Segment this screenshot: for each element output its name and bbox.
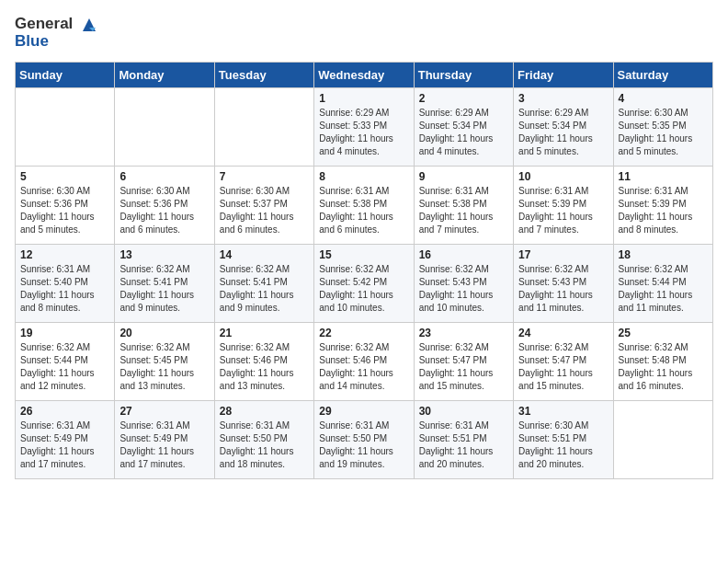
- sunrise-text: Sunrise: 6:30 AM: [119, 186, 189, 196]
- daylight-text: Daylight: 11 hours and 4 minutes.: [319, 133, 393, 156]
- day-cell-7: 7Sunrise: 6:30 AMSunset: 5:37 PMDaylight…: [214, 166, 313, 244]
- day-info: Sunrise: 6:32 AMSunset: 5:45 PMDaylight:…: [119, 341, 209, 393]
- day-number: 5: [20, 170, 109, 183]
- day-info: Sunrise: 6:32 AMSunset: 5:41 PMDaylight:…: [220, 263, 309, 315]
- day-number: 18: [619, 248, 708, 261]
- day-cell-16: 16Sunrise: 6:32 AMSunset: 5:43 PMDayligh…: [414, 244, 513, 322]
- day-number: 28: [220, 405, 309, 418]
- sunset-text: Sunset: 5:46 PM: [220, 355, 288, 365]
- sunset-text: Sunset: 5:41 PM: [119, 277, 188, 287]
- daylight-text: Daylight: 11 hours and 16 minutes.: [619, 368, 693, 391]
- sunset-text: Sunset: 5:48 PM: [619, 355, 687, 365]
- week-row-4: 19Sunrise: 6:32 AMSunset: 5:44 PMDayligh…: [16, 322, 713, 400]
- daylight-text: Daylight: 11 hours and 8 minutes.: [20, 290, 95, 313]
- day-info: Sunrise: 6:30 AMSunset: 5:51 PMDaylight:…: [518, 419, 608, 471]
- day-number: 23: [419, 327, 508, 339]
- day-cell-29: 29Sunrise: 6:31 AMSunset: 5:50 PMDayligh…: [314, 400, 414, 478]
- day-cell-8: 8Sunrise: 6:31 AMSunset: 5:38 PMDaylight…: [314, 166, 414, 244]
- sunset-text: Sunset: 5:47 PM: [518, 355, 586, 365]
- day-number: 9: [419, 170, 508, 183]
- daylight-text: Daylight: 11 hours and 6 minutes.: [319, 212, 393, 235]
- day-info: Sunrise: 6:31 AMSunset: 5:49 PMDaylight:…: [119, 419, 209, 471]
- day-info: Sunrise: 6:30 AMSunset: 5:35 PMDaylight:…: [619, 107, 708, 158]
- daylight-text: Daylight: 11 hours and 10 minutes.: [319, 290, 393, 313]
- sunset-text: Sunset: 5:33 PM: [319, 121, 387, 131]
- sunset-text: Sunset: 5:39 PM: [619, 199, 687, 209]
- day-info: Sunrise: 6:32 AMSunset: 5:43 PMDaylight:…: [518, 263, 608, 315]
- sunrise-text: Sunrise: 6:32 AM: [119, 342, 189, 352]
- day-info: Sunrise: 6:31 AMSunset: 5:51 PMDaylight:…: [419, 419, 508, 471]
- sunset-text: Sunset: 5:38 PM: [419, 199, 487, 209]
- sunrise-text: Sunrise: 6:32 AM: [220, 264, 290, 274]
- sunset-text: Sunset: 5:50 PM: [220, 433, 288, 443]
- sunrise-text: Sunrise: 6:31 AM: [419, 186, 489, 196]
- weekday-header-saturday: Saturday: [613, 62, 712, 87]
- empty-cell: [613, 400, 712, 478]
- daylight-text: Daylight: 11 hours and 12 minutes.: [20, 368, 95, 391]
- sunset-text: Sunset: 5:46 PM: [319, 355, 387, 365]
- sunrise-text: Sunrise: 6:29 AM: [518, 108, 588, 118]
- day-number: 10: [518, 170, 608, 183]
- weekday-header-tuesday: Tuesday: [214, 62, 313, 87]
- day-number: 20: [119, 327, 209, 339]
- sunrise-text: Sunrise: 6:31 AM: [518, 186, 588, 196]
- day-number: 22: [319, 327, 408, 339]
- sunrise-text: Sunrise: 6:31 AM: [619, 186, 688, 196]
- daylight-text: Daylight: 11 hours and 19 minutes.: [319, 446, 393, 469]
- day-cell-19: 19Sunrise: 6:32 AMSunset: 5:44 PMDayligh…: [16, 322, 115, 400]
- daylight-text: Daylight: 11 hours and 10 minutes.: [419, 290, 494, 313]
- day-number: 13: [119, 248, 209, 261]
- day-info: Sunrise: 6:31 AMSunset: 5:39 PMDaylight:…: [518, 185, 608, 236]
- day-cell-3: 3Sunrise: 6:29 AMSunset: 5:34 PMDaylight…: [514, 87, 613, 166]
- daylight-text: Daylight: 11 hours and 7 minutes.: [518, 212, 593, 235]
- daylight-text: Daylight: 11 hours and 7 minutes.: [419, 212, 494, 235]
- sunrise-text: Sunrise: 6:31 AM: [220, 420, 290, 431]
- day-cell-9: 9Sunrise: 6:31 AMSunset: 5:38 PMDaylight…: [414, 166, 513, 244]
- day-cell-26: 26Sunrise: 6:31 AMSunset: 5:49 PMDayligh…: [16, 400, 115, 478]
- day-info: Sunrise: 6:32 AMSunset: 5:44 PMDaylight:…: [20, 341, 109, 393]
- daylight-text: Daylight: 11 hours and 5 minutes.: [518, 133, 593, 156]
- day-number: 8: [319, 170, 408, 183]
- sunset-text: Sunset: 5:43 PM: [419, 277, 487, 287]
- daylight-text: Daylight: 11 hours and 4 minutes.: [419, 133, 494, 156]
- day-cell-1: 1Sunrise: 6:29 AMSunset: 5:33 PMDaylight…: [314, 87, 414, 166]
- day-info: Sunrise: 6:31 AMSunset: 5:38 PMDaylight:…: [419, 185, 508, 236]
- day-cell-17: 17Sunrise: 6:32 AMSunset: 5:43 PMDayligh…: [514, 244, 613, 322]
- sunset-text: Sunset: 5:36 PM: [119, 199, 188, 209]
- empty-cell: [16, 87, 115, 166]
- week-row-2: 5Sunrise: 6:30 AMSunset: 5:36 PMDaylight…: [16, 166, 713, 244]
- day-number: 17: [518, 248, 608, 261]
- day-cell-11: 11Sunrise: 6:31 AMSunset: 5:39 PMDayligh…: [613, 166, 712, 244]
- daylight-text: Daylight: 11 hours and 5 minutes.: [20, 212, 95, 235]
- day-number: 6: [119, 170, 209, 183]
- logo-icon: [79, 15, 99, 35]
- day-number: 24: [518, 327, 608, 339]
- day-info: Sunrise: 6:32 AMSunset: 5:47 PMDaylight:…: [518, 341, 608, 393]
- day-info: Sunrise: 6:31 AMSunset: 5:50 PMDaylight:…: [220, 419, 309, 471]
- sunrise-text: Sunrise: 6:32 AM: [220, 342, 290, 352]
- day-cell-6: 6Sunrise: 6:30 AMSunset: 5:36 PMDaylight…: [115, 166, 214, 244]
- day-number: 3: [518, 92, 608, 105]
- day-info: Sunrise: 6:30 AMSunset: 5:37 PMDaylight:…: [220, 185, 309, 236]
- weekday-header-thursday: Thursday: [414, 62, 513, 87]
- weekday-header-monday: Monday: [115, 62, 214, 87]
- day-cell-10: 10Sunrise: 6:31 AMSunset: 5:39 PMDayligh…: [514, 166, 613, 244]
- daylight-text: Daylight: 11 hours and 14 minutes.: [319, 368, 393, 391]
- daylight-text: Daylight: 11 hours and 17 minutes.: [20, 446, 95, 469]
- week-row-5: 26Sunrise: 6:31 AMSunset: 5:49 PMDayligh…: [16, 400, 713, 478]
- day-info: Sunrise: 6:29 AMSunset: 5:33 PMDaylight:…: [319, 107, 408, 158]
- sunset-text: Sunset: 5:37 PM: [220, 199, 288, 209]
- daylight-text: Daylight: 11 hours and 18 minutes.: [220, 446, 294, 469]
- sunrise-text: Sunrise: 6:32 AM: [319, 264, 389, 274]
- day-number: 15: [319, 248, 408, 261]
- sunset-text: Sunset: 5:38 PM: [319, 199, 387, 209]
- day-number: 27: [119, 405, 209, 418]
- day-info: Sunrise: 6:31 AMSunset: 5:38 PMDaylight:…: [319, 185, 408, 236]
- daylight-text: Daylight: 11 hours and 17 minutes.: [119, 446, 194, 469]
- day-info: Sunrise: 6:32 AMSunset: 5:42 PMDaylight:…: [319, 263, 408, 315]
- daylight-text: Daylight: 11 hours and 11 minutes.: [619, 290, 693, 313]
- daylight-text: Daylight: 11 hours and 20 minutes.: [518, 446, 593, 469]
- sunrise-text: Sunrise: 6:29 AM: [319, 108, 389, 118]
- day-cell-21: 21Sunrise: 6:32 AMSunset: 5:46 PMDayligh…: [214, 322, 313, 400]
- day-cell-30: 30Sunrise: 6:31 AMSunset: 5:51 PMDayligh…: [414, 400, 513, 478]
